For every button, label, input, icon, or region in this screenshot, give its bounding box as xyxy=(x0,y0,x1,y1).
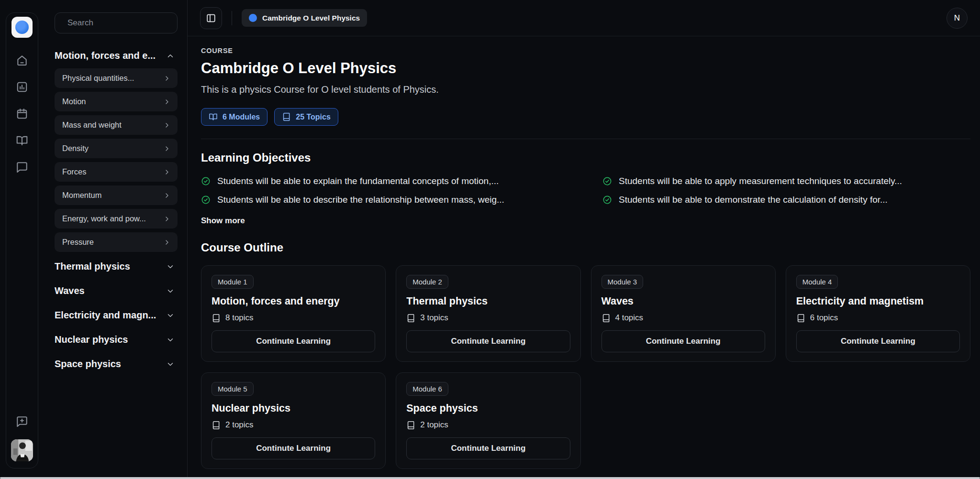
course-stat-badge[interactable]: 6 Modules xyxy=(201,108,267,126)
continue-learning-button[interactable]: Continute Learning xyxy=(406,330,570,352)
sidebar-section-motion-forces-and-e[interactable]: Motion, forces and e... xyxy=(55,46,178,65)
module-topics: 8 topics xyxy=(212,313,375,323)
rail-dashboard-button[interactable] xyxy=(16,81,28,93)
rail-home-button[interactable] xyxy=(16,54,28,66)
objective-text: Students will be able to describe the re… xyxy=(217,195,504,205)
sidebar-item-momentum[interactable]: Momentum xyxy=(55,185,178,205)
objective-item: Students will be able to demonstrate the… xyxy=(602,195,970,205)
sidebar-item-forces[interactable]: Forces xyxy=(55,162,178,182)
chevron-right-icon xyxy=(163,192,171,199)
continue-learning-button[interactable]: Continute Learning xyxy=(212,330,375,352)
chevron-right-icon xyxy=(163,98,171,106)
check-circle-icon xyxy=(201,195,211,205)
book-icon xyxy=(796,314,805,323)
sidebar-item-label: Mass and weight xyxy=(62,120,122,130)
sidebar-item-energy-work-and-pow[interactable]: Energy, work and pow... xyxy=(55,209,178,229)
continue-learning-button[interactable]: Continute Learning xyxy=(406,437,570,459)
section-label: Nuclear physics xyxy=(55,334,128,345)
app-logo[interactable] xyxy=(11,17,33,38)
module-card-motion-forces-and-energy: Module 1 Motion, forces and energy 8 top… xyxy=(201,265,386,362)
sidebar-item-pressure[interactable]: Pressure xyxy=(55,232,178,252)
chevron-right-icon xyxy=(163,168,171,176)
chevron-down-icon xyxy=(166,311,175,320)
objectives-heading: Learning Objectives xyxy=(201,151,970,164)
course-dot-icon xyxy=(249,14,257,22)
sidebar-item-physical-quantities[interactable]: Physical quantities... xyxy=(55,68,178,88)
user-photo-avatar[interactable] xyxy=(11,439,33,461)
chevron-down-icon xyxy=(166,287,175,295)
topics-count: 2 topics xyxy=(420,420,448,430)
rail-library-button[interactable] xyxy=(16,134,28,147)
book-icon xyxy=(406,421,415,430)
sidebar-item-label: Physical quantities... xyxy=(62,74,134,83)
course-sidebar: Motion, forces and e... Physical quantit… xyxy=(43,0,188,479)
user-avatar[interactable]: N xyxy=(947,8,968,29)
chevron-up-icon xyxy=(166,52,175,60)
course-description: This is a physics Course for O level stu… xyxy=(201,84,970,95)
page-title: Cambridge O Level Physics xyxy=(201,60,970,77)
module-badge: Module 5 xyxy=(212,382,254,396)
section-label: Motion, forces and e... xyxy=(55,50,156,61)
topics-count: 8 topics xyxy=(225,313,254,323)
show-more-link[interactable]: Show more xyxy=(201,216,245,226)
outline-heading: Course Outline xyxy=(201,241,970,254)
home-icon xyxy=(16,54,28,66)
chevron-right-icon xyxy=(163,75,171,82)
sidebar-section-electricity-and-magn[interactable]: Electricity and magn... xyxy=(55,305,178,325)
rail-nav xyxy=(16,54,28,174)
badge-label: 6 Modules xyxy=(223,113,260,121)
module-card-thermal-physics: Module 2 Thermal physics 3 topics Contin… xyxy=(396,265,580,362)
rail-chat-button[interactable] xyxy=(16,161,28,174)
sidebar-section-space-physics[interactable]: Space physics xyxy=(55,354,178,374)
chevron-right-icon xyxy=(163,145,171,152)
app-window: Motion, forces and e... Physical quantit… xyxy=(0,0,980,479)
rail-calendar-button[interactable] xyxy=(16,108,28,120)
book-icon xyxy=(282,112,291,121)
course-badges: 6 Modules 25 Topics xyxy=(201,108,970,126)
chevron-down-icon xyxy=(166,262,175,271)
module-title: Nuclear physics xyxy=(212,403,375,414)
module-topics: 2 topics xyxy=(212,420,375,430)
sidebar-item-density[interactable]: Density xyxy=(55,139,178,158)
search-box[interactable] xyxy=(55,12,178,33)
module-topics: 6 topics xyxy=(796,313,960,323)
search-input[interactable] xyxy=(67,18,173,28)
calendar-icon xyxy=(16,108,28,120)
sidebar-item-motion[interactable]: Motion xyxy=(55,92,178,111)
objective-item: Students will be able to apply measureme… xyxy=(602,176,970,186)
continue-learning-button[interactable]: Continute Learning xyxy=(212,437,375,459)
main-area: Cambridge O Level Physics N COURSE Cambr… xyxy=(188,0,980,479)
module-topics: 3 topics xyxy=(406,313,570,323)
topics-count: 4 topics xyxy=(615,313,644,323)
sidebar-item-label: Forces xyxy=(62,167,86,176)
library-icon xyxy=(16,134,28,147)
module-cards-grid: Module 1 Motion, forces and energy 8 top… xyxy=(201,265,970,469)
book-icon xyxy=(601,314,611,323)
module-card-electricity-and-magnetism: Module 4 Electricity and magnetism 6 top… xyxy=(786,265,970,362)
module-badge: Module 6 xyxy=(406,382,448,396)
book-icon xyxy=(212,421,221,430)
objective-text: Students will be able to demonstrate the… xyxy=(619,195,888,205)
continue-learning-button[interactable]: Continute Learning xyxy=(796,330,960,352)
sidebar-section-thermal-physics[interactable]: Thermal physics xyxy=(55,257,178,276)
module-topics: 4 topics xyxy=(601,313,765,323)
panel-left-icon xyxy=(206,13,216,23)
horizontal-scrollbar[interactable] xyxy=(0,477,980,479)
topbar: Cambridge O Level Physics N xyxy=(188,0,980,36)
badge-label: 25 Topics xyxy=(296,113,331,121)
sidebar-toggle-button[interactable] xyxy=(200,7,222,29)
sidebar-item-mass-and-weight[interactable]: Mass and weight xyxy=(55,115,178,135)
breadcrumb[interactable]: Cambridge O Level Physics xyxy=(242,9,367,27)
feedback-button[interactable] xyxy=(16,415,28,428)
sidebar-section-waves[interactable]: Waves xyxy=(55,281,178,301)
continue-learning-button[interactable]: Continute Learning xyxy=(601,330,765,352)
sidebar-item-label: Density xyxy=(62,144,89,153)
message-plus-icon xyxy=(16,415,28,428)
course-stat-badge[interactable]: 25 Topics xyxy=(274,108,338,126)
sidebar-section-nuclear-physics[interactable]: Nuclear physics xyxy=(55,330,178,349)
chevron-down-icon xyxy=(166,360,175,369)
objective-item: Students will be able to describe the re… xyxy=(201,195,569,205)
course-page: COURSE Cambridge O Level Physics This is… xyxy=(188,36,980,469)
module-title: Thermal physics xyxy=(406,295,570,307)
objective-item: Students will be able to explain the fun… xyxy=(201,176,569,186)
